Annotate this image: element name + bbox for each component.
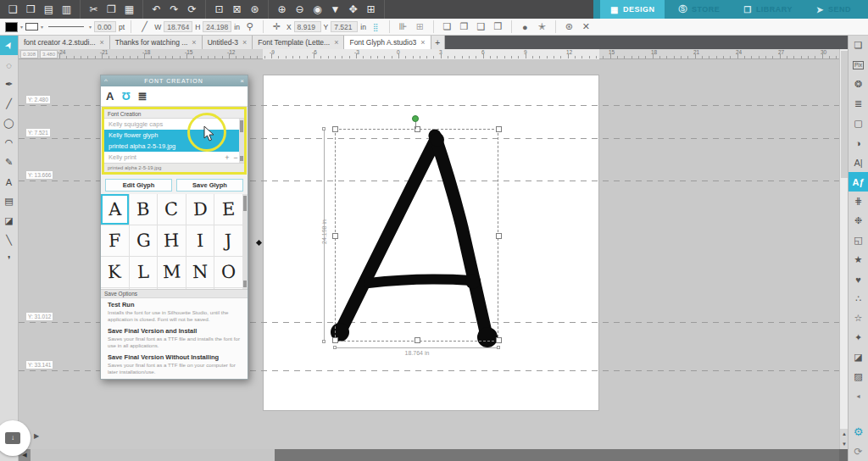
fill-panel[interactable]: ▢	[849, 114, 868, 133]
shade-panel[interactable]: ◑	[849, 133, 868, 153]
edit-points-tool[interactable]: ✒	[0, 75, 18, 94]
cut-icon[interactable]: ✂	[85, 0, 103, 19]
offset-panel[interactable]: ◱	[849, 230, 868, 250]
selected-file-field[interactable]: printed alpha 2-5-19.jpg	[104, 163, 244, 172]
font-trace-tab-icon[interactable]: Ʊ	[121, 90, 130, 103]
print-icon[interactable]: ▥	[58, 0, 75, 19]
lock-aspect-icon[interactable]: ⚲	[242, 21, 257, 32]
line-style-panel[interactable]: ≣	[849, 94, 868, 114]
snap-icon[interactable]: ⊞	[413, 21, 427, 32]
font-list-item[interactable]: Kelly print+−	[104, 152, 244, 163]
thickness-dropdown-icon[interactable]: ▾	[89, 24, 92, 30]
open-icon[interactable]: ❒	[22, 0, 40, 19]
send-backward-icon[interactable]: ❑	[474, 21, 488, 32]
selection-handle[interactable]	[496, 337, 502, 343]
draw-tool[interactable]: ✎	[0, 153, 18, 172]
selection-handle[interactable]	[496, 233, 502, 239]
glyph-cell-D[interactable]: D	[186, 194, 214, 225]
glyph-cell-L[interactable]: L	[130, 257, 158, 287]
tab-2[interactable]: Thanks for watching ...×	[110, 36, 203, 49]
center-align-icon[interactable]: ⊪	[396, 21, 410, 32]
save-option[interactable]: Save Final Version and InstallSaves your…	[108, 327, 241, 349]
font-creation-panel[interactable]: Aƒ	[849, 172, 868, 192]
glyph-cell-A[interactable]: A	[101, 194, 129, 225]
tab-5[interactable]: Font Glyph A.studio3×	[344, 36, 431, 49]
save-option[interactable]: Test RunInstalls the font for use in Sil…	[108, 301, 241, 323]
tab-4[interactable]: Font Template (Lette...×	[253, 36, 344, 49]
add-font-button[interactable]: +	[223, 153, 231, 162]
save-icon[interactable]: ▤	[40, 0, 58, 19]
new-tab-button[interactable]: +	[431, 36, 445, 49]
font-list-scrollbar[interactable]	[239, 119, 244, 163]
drawer-expand-icon[interactable]: ▶	[34, 432, 39, 440]
redo-icon[interactable]: ↷	[165, 0, 183, 19]
zoom-out-icon[interactable]: ⊖	[291, 0, 309, 19]
puzzle-panel[interactable]: ✦	[849, 328, 868, 347]
lasso-selection-icon[interactable]: ⊛	[246, 0, 264, 19]
tab-close-icon[interactable]: ×	[192, 38, 196, 47]
hatch-fill-panel[interactable]: ▨	[849, 367, 868, 386]
paste-icon[interactable]: ▦	[120, 0, 138, 19]
replay-icon[interactable]: ⟳	[183, 0, 201, 19]
y-field[interactable]: 7.521	[331, 21, 358, 32]
pan-hand-icon[interactable]: ✥	[344, 0, 362, 19]
horizontal-scrollbar-thumb[interactable]	[31, 449, 275, 461]
x-field[interactable]: 8.919	[294, 21, 321, 32]
panel-collapse-icon[interactable]: ^	[104, 76, 108, 86]
drag-zoom-icon[interactable]: ◉	[309, 0, 326, 19]
bring-to-front-icon[interactable]: ❏	[440, 21, 454, 32]
bring-forward-icon[interactable]: ❐	[457, 21, 471, 32]
arrow-down-icon[interactable]: ▼	[326, 0, 344, 19]
rotation-handle[interactable]	[412, 115, 419, 122]
align-panel[interactable]: ⋕	[849, 192, 868, 211]
font-glyph-tab-icon[interactable]: A	[106, 90, 114, 103]
glyph-cell-O[interactable]: O	[214, 257, 242, 287]
tab-close-icon[interactable]: ×	[420, 38, 425, 47]
tab-1[interactable]: font creator 4.2.studi...×	[19, 36, 110, 49]
fit-to-page-icon[interactable]: ⊞	[362, 0, 380, 19]
width-field[interactable]: 18.764	[164, 21, 192, 32]
eyedropper-tool[interactable]: ❜	[0, 250, 18, 269]
lasso-select-tool[interactable]: ◌	[0, 55, 18, 75]
horizontal-scrollbar[interactable]: ◀	[19, 449, 848, 461]
vertical-scrollbar-thumb[interactable]	[841, 51, 848, 178]
selection-handle[interactable]	[332, 337, 338, 343]
selection-handle[interactable]	[332, 233, 338, 239]
selection-handle[interactable]	[496, 126, 502, 132]
delete-selection-icon[interactable]: ⊠	[228, 0, 246, 19]
glyph-grid-scrollbar[interactable]	[242, 194, 248, 289]
glyph-cell-M[interactable]: M	[158, 257, 186, 287]
save-glyph-button[interactable]: Save Glyph	[176, 179, 243, 192]
save-option[interactable]: Save Final Version Without InstallingSav…	[108, 353, 241, 375]
vertical-scrollbar[interactable]: ▲ ▼	[839, 49, 848, 449]
tab-close-icon[interactable]: ×	[242, 38, 247, 47]
fill-color-swatch[interactable]	[5, 22, 18, 32]
send-heart-panel[interactable]: ♥	[849, 269, 868, 289]
panel-title-bar[interactable]: ^ FONT CREATION ×	[101, 75, 248, 86]
font-list-tab-icon[interactable]: ≣	[138, 90, 147, 103]
ellipse-tool[interactable]: ◯	[0, 114, 18, 133]
line-thickness-preview[interactable]	[48, 26, 84, 27]
glyph-cell-E[interactable]: E	[214, 194, 242, 225]
line-tool[interactable]: ╱	[0, 94, 18, 114]
library-button[interactable]: ❒ LIBRARY	[733, 0, 803, 19]
store-button[interactable]: Ⓢ STORE	[669, 0, 731, 19]
stipple-panel[interactable]: ∴	[849, 289, 868, 308]
selection-handle[interactable]	[332, 126, 338, 132]
fill-dropdown-icon[interactable]: ▾	[20, 24, 23, 30]
text-tool[interactable]: A	[0, 172, 18, 192]
tab-close-icon[interactable]: ×	[334, 38, 338, 47]
glyph-cell-J[interactable]: J	[214, 225, 242, 256]
knife-tool[interactable]: ╲	[0, 230, 18, 250]
arc-tool[interactable]: ◠	[0, 133, 18, 153]
page-setup-panel[interactable]: ❏	[849, 36, 868, 55]
settings-gear-icon[interactable]: ⚙	[849, 422, 868, 442]
style-star-icon[interactable]: ✭	[535, 21, 549, 32]
select-tool[interactable]: ➤	[0, 36, 18, 55]
stroke-width-field[interactable]: 0.00	[94, 21, 116, 32]
text-style-panel[interactable]: A|	[849, 153, 868, 172]
glyph-cell-C[interactable]: C	[158, 194, 186, 225]
edit-glyph-button[interactable]: Edit Glyph	[105, 179, 172, 192]
glyph-cell-I[interactable]: I	[186, 225, 214, 256]
send-button[interactable]: ➤ SEND	[806, 0, 861, 19]
